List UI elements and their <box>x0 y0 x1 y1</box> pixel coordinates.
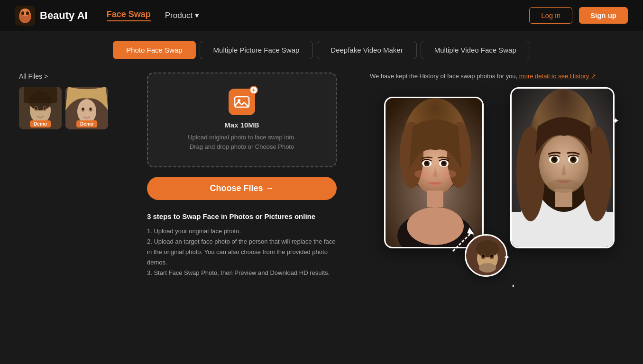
center-panel: + Max 10MB Upload original photo to face… <box>128 68 356 343</box>
steps-text: 1. Upload your original face photo. 2. U… <box>147 226 337 278</box>
svg-point-10 <box>35 107 37 109</box>
tab-multiple-picture[interactable]: Multiple Picture Face Swap <box>200 41 313 59</box>
history-link[interactable]: more detail to see History ↗ <box>519 73 596 80</box>
choose-files-button[interactable]: Choose Files → <box>147 177 337 200</box>
svg-point-11 <box>44 107 46 109</box>
svg-point-50 <box>571 157 575 161</box>
svg-rect-28 <box>427 191 443 207</box>
history-text: We have kept the History of face swap ph… <box>370 73 517 80</box>
svg-point-3 <box>21 11 24 15</box>
svg-point-31 <box>425 162 428 164</box>
svg-point-47 <box>552 157 556 161</box>
svg-point-35 <box>414 170 428 178</box>
male-photo <box>512 89 615 248</box>
photo-card-male <box>510 87 615 248</box>
app-name: Beauty AI <box>40 9 88 22</box>
svg-point-57 <box>482 255 485 258</box>
history-bar: We have kept the History of face swap ph… <box>370 73 624 80</box>
sparkle-1: ✦ <box>612 116 619 126</box>
step-2: 2. Upload an target face photo of the pe… <box>147 237 337 268</box>
svg-point-17 <box>82 108 84 110</box>
svg-point-59 <box>479 263 496 273</box>
swap-arrow-svg <box>443 223 481 261</box>
svg-point-4 <box>26 11 29 15</box>
demo-thumb-male[interactable]: Demo <box>19 87 62 129</box>
svg-point-20 <box>238 99 240 102</box>
demo-thumb-female[interactable]: Demo <box>65 87 108 129</box>
svg-rect-12 <box>24 87 57 103</box>
header-actions: Log in Sign up <box>529 7 628 24</box>
face-swap-preview: ✦ ✦ ✦ <box>370 87 624 315</box>
tab-deepfake-video[interactable]: Deepfake Video Maker <box>317 41 416 59</box>
demo-thumbs: Demo Demo <box>19 87 128 129</box>
tab-multiple-video[interactable]: Multiple Video Face Swap <box>421 41 530 59</box>
step-3: 3. Start Face Swap Photo, then Preview a… <box>147 268 337 278</box>
svg-point-51 <box>547 179 580 193</box>
swap-arrow <box>443 223 481 263</box>
logo-icon <box>15 6 35 26</box>
logo[interactable]: Beauty AI <box>15 6 88 26</box>
tabs-bar: Photo Face Swap Multiple Picture Face Sw… <box>0 31 643 68</box>
svg-point-34 <box>442 162 445 164</box>
demo-label-male: Demo <box>30 120 51 127</box>
upload-hint: Upload original photo to face swap into.… <box>188 133 296 151</box>
upload-image-icon <box>234 94 250 110</box>
svg-point-58 <box>490 255 493 258</box>
upload-zone[interactable]: + Max 10MB Upload original photo to face… <box>147 73 337 167</box>
right-panel: We have kept the History of face swap ph… <box>356 68 624 343</box>
main-nav: Face Swap Product ▾ <box>107 9 529 21</box>
svg-point-36 <box>443 170 456 178</box>
step-1: 1. Upload your original face photo. <box>147 226 337 237</box>
tab-photo-face-swap[interactable]: Photo Face Swap <box>113 41 195 59</box>
left-panel: All Files > <box>19 68 128 343</box>
upload-hint-line1: Upload original photo to face swap into. <box>188 134 296 141</box>
steps-title: 3 steps to Swap Face in Photos or Pictur… <box>147 211 337 221</box>
login-button[interactable]: Log in <box>529 7 572 24</box>
upload-hint-line2: Drag and drop photo or Choose Photo <box>190 143 294 150</box>
signup-button[interactable]: Sign up <box>579 7 628 24</box>
sparkle-2: ✦ <box>503 252 510 263</box>
demo-label-female: Demo <box>76 120 97 127</box>
upload-plus-icon: + <box>249 86 258 94</box>
svg-point-18 <box>90 108 92 110</box>
all-files-link[interactable]: All Files > <box>19 73 128 80</box>
main-content: All Files > <box>0 68 643 343</box>
sparkle-3: ✦ <box>511 283 515 289</box>
upload-max-size: Max 10MB <box>224 121 259 129</box>
nav-product[interactable]: Product ▾ <box>165 10 199 20</box>
upload-icon: + <box>229 89 255 115</box>
nav-face-swap[interactable]: Face Swap <box>107 9 151 21</box>
svg-marker-60 <box>467 228 474 235</box>
